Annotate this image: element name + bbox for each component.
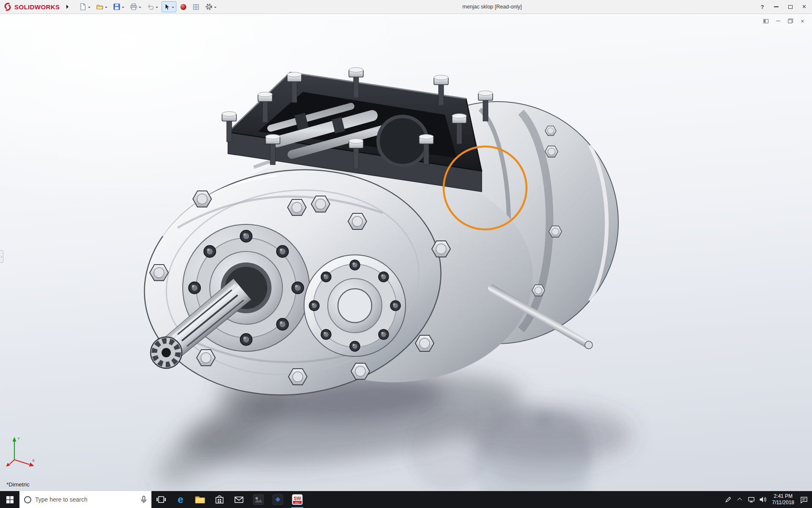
new-document-icon bbox=[79, 3, 87, 11]
tray-network-button[interactable] bbox=[746, 496, 757, 503]
network-icon bbox=[748, 496, 755, 503]
maximize-icon bbox=[788, 5, 793, 9]
task-view-button[interactable] bbox=[151, 491, 171, 508]
dropdown-arrow bbox=[122, 7, 124, 9]
triad-y-label: Y bbox=[17, 436, 20, 441]
taskbar-clock[interactable]: 2:41 PM 7/11/2018 bbox=[768, 493, 798, 506]
dark-app-icon-2 bbox=[272, 494, 283, 505]
gearbox-3d-model bbox=[0, 14, 812, 491]
viewport-3d[interactable]: × ‹ Y X *Dimetric bbox=[0, 14, 812, 491]
pane-icon bbox=[763, 19, 768, 23]
appearance-sphere-icon bbox=[180, 3, 187, 11]
save-floppy-icon bbox=[113, 3, 121, 11]
new-document-button[interactable] bbox=[77, 1, 93, 12]
dropdown-arrow bbox=[156, 7, 158, 9]
close-button[interactable]: × bbox=[797, 0, 811, 14]
undo-icon bbox=[147, 3, 154, 11]
solidworks-app-icon: SW 2017 bbox=[292, 494, 303, 505]
model-reflection bbox=[409, 403, 592, 491]
doc-close-button[interactable]: × bbox=[797, 17, 808, 25]
taskbar-search[interactable] bbox=[19, 491, 151, 508]
save-button[interactable] bbox=[111, 1, 126, 12]
design-library-button[interactable] bbox=[190, 1, 202, 12]
open-button[interactable] bbox=[94, 1, 110, 12]
task-view-icon bbox=[156, 494, 166, 505]
taskbar-app-solidworks[interactable]: SW 2017 bbox=[288, 491, 307, 508]
toolbar-flyout-button[interactable] bbox=[63, 2, 72, 12]
dropdown-arrow bbox=[105, 7, 107, 9]
titlebar: SOLIDWORKS bbox=[0, 0, 812, 14]
action-center-button[interactable] bbox=[798, 496, 809, 503]
print-button[interactable] bbox=[128, 1, 143, 12]
select-tool-button[interactable] bbox=[162, 1, 176, 12]
tray-pen-button[interactable] bbox=[723, 496, 734, 503]
taskbar-app-edge[interactable]: e bbox=[171, 491, 190, 508]
close-icon: × bbox=[801, 18, 804, 24]
chevron-up-icon bbox=[737, 498, 742, 502]
taskbar-app-file-explorer[interactable] bbox=[190, 491, 210, 508]
options-button[interactable] bbox=[203, 1, 219, 12]
maximize-button[interactable] bbox=[783, 0, 797, 14]
dropdown-arrow bbox=[214, 7, 217, 9]
clock-time: 2:41 PM bbox=[772, 493, 795, 500]
design-library-icon bbox=[192, 3, 200, 11]
doc-minimize-button[interactable] bbox=[773, 17, 783, 25]
document-window-controls: × bbox=[760, 17, 808, 25]
minimize-icon bbox=[774, 6, 779, 7]
mail-icon bbox=[233, 494, 244, 505]
right-bearing-boss bbox=[304, 255, 406, 356]
action-center-icon bbox=[800, 496, 808, 503]
doc-pane-button[interactable] bbox=[760, 17, 771, 25]
microphone-icon[interactable] bbox=[141, 496, 147, 504]
close-icon: × bbox=[802, 3, 806, 10]
sw-icon-text: SW bbox=[294, 496, 301, 501]
search-input[interactable] bbox=[35, 496, 137, 503]
orientation-triad: Y X bbox=[6, 435, 40, 470]
minimize-button[interactable] bbox=[769, 0, 783, 14]
flyout-arrow-icon bbox=[66, 5, 71, 9]
taskbar-app-store[interactable] bbox=[210, 491, 229, 508]
window-title: menjac sklop [Read-only] bbox=[462, 4, 521, 10]
pen-icon bbox=[725, 496, 732, 503]
cortana-icon bbox=[24, 496, 31, 503]
sw-icon-year: 2017 bbox=[295, 501, 300, 504]
print-icon bbox=[130, 3, 137, 11]
restore-icon bbox=[788, 19, 793, 23]
tray-hidden-icons-button[interactable] bbox=[734, 498, 746, 501]
quick-toolbar bbox=[77, 1, 219, 12]
feature-panel-collapse-tab[interactable]: ‹ bbox=[0, 250, 3, 263]
minimize-icon bbox=[776, 21, 780, 22]
appearance-button[interactable] bbox=[178, 1, 189, 12]
tray-volume-button[interactable] bbox=[757, 496, 768, 503]
view-orientation-label: *Dimetric bbox=[6, 481, 30, 488]
volume-icon bbox=[759, 496, 766, 503]
start-button[interactable] bbox=[0, 491, 19, 508]
clock-date: 7/11/2018 bbox=[772, 500, 795, 506]
select-cursor-icon bbox=[164, 3, 170, 11]
solidworks-logo: SOLIDWORKS bbox=[0, 0, 63, 14]
help-button[interactable]: ? bbox=[755, 0, 769, 14]
dropdown-arrow bbox=[139, 7, 141, 9]
windows-logo-icon bbox=[6, 496, 14, 503]
taskbar-app-dark-1[interactable] bbox=[249, 491, 268, 508]
dark-app-icon-1 bbox=[253, 494, 264, 505]
taskbar: e bbox=[0, 491, 812, 508]
file-explorer-icon bbox=[195, 494, 206, 505]
triad-x-label: X bbox=[32, 458, 35, 463]
edge-icon: e bbox=[178, 494, 183, 505]
ds-logo-icon bbox=[3, 2, 12, 11]
dropdown-arrow bbox=[88, 7, 91, 9]
system-tray: 2:41 PM 7/11/2018 bbox=[723, 491, 812, 508]
doc-restore-button[interactable] bbox=[785, 17, 796, 25]
taskbar-app-dark-2[interactable] bbox=[268, 491, 288, 508]
taskbar-app-mail[interactable] bbox=[229, 491, 249, 508]
dropdown-arrow bbox=[172, 7, 174, 9]
brand-text: SOLIDWORKS bbox=[14, 3, 60, 11]
window-controls: ? × bbox=[755, 0, 811, 14]
open-folder-icon bbox=[96, 3, 104, 11]
options-gear-icon bbox=[205, 3, 213, 11]
store-icon bbox=[214, 494, 225, 505]
undo-button[interactable] bbox=[145, 1, 160, 12]
